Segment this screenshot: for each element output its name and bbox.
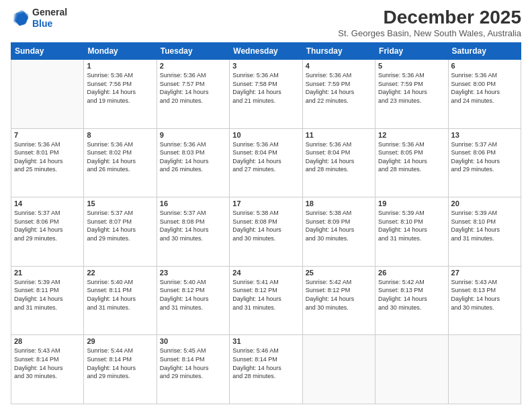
cell-w0-d2: 2Sunrise: 5:36 AM Sunset: 7:57 PM Daylig… bbox=[157, 60, 229, 129]
cell-w4-d5 bbox=[375, 335, 448, 404]
day-number: 17 bbox=[232, 199, 299, 208]
cell-info: Sunrise: 5:38 AM Sunset: 8:09 PM Dayligh… bbox=[306, 209, 372, 242]
cell-w1-d2: 9Sunrise: 5:36 AM Sunset: 8:03 PM Daylig… bbox=[157, 128, 229, 197]
cell-info: Sunrise: 5:43 AM Sunset: 8:14 PM Dayligh… bbox=[14, 347, 81, 380]
cell-w1-d3: 10Sunrise: 5:36 AM Sunset: 8:04 PM Dayli… bbox=[230, 128, 302, 197]
cell-info: Sunrise: 5:38 AM Sunset: 8:08 PM Dayligh… bbox=[232, 209, 299, 242]
col-header-saturday: Saturday bbox=[448, 43, 521, 60]
cell-w3-d0: 21Sunrise: 5:39 AM Sunset: 8:11 PM Dayli… bbox=[11, 266, 84, 335]
cell-w3-d4: 25Sunrise: 5:42 AM Sunset: 8:12 PM Dayli… bbox=[302, 266, 375, 335]
col-header-friday: Friday bbox=[375, 43, 448, 60]
col-header-monday: Monday bbox=[84, 43, 157, 60]
cell-w1-d0: 7Sunrise: 5:36 AM Sunset: 8:01 PM Daylig… bbox=[11, 128, 84, 197]
day-number: 16 bbox=[160, 199, 226, 208]
col-header-sunday: Sunday bbox=[11, 43, 84, 60]
cell-w4-d3: 31Sunrise: 5:46 AM Sunset: 8:14 PM Dayli… bbox=[230, 335, 302, 404]
day-number: 31 bbox=[232, 337, 299, 345]
day-number: 24 bbox=[232, 269, 299, 277]
week-row-4: 28Sunrise: 5:43 AM Sunset: 8:14 PM Dayli… bbox=[11, 335, 521, 404]
cell-w2-d4: 18Sunrise: 5:38 AM Sunset: 8:09 PM Dayli… bbox=[302, 197, 375, 267]
logo-text: General Blue bbox=[32, 7, 67, 30]
cell-info: Sunrise: 5:36 AM Sunset: 8:00 PM Dayligh… bbox=[451, 71, 518, 105]
day-number: 29 bbox=[87, 337, 153, 345]
logo-blue: Blue bbox=[32, 18, 67, 30]
cell-info: Sunrise: 5:42 AM Sunset: 8:12 PM Dayligh… bbox=[306, 278, 372, 312]
day-number: 5 bbox=[378, 62, 445, 70]
day-number: 3 bbox=[232, 62, 299, 70]
month-title: December 2025 bbox=[338, 7, 521, 28]
day-number: 14 bbox=[14, 199, 81, 208]
cell-info: Sunrise: 5:36 AM Sunset: 8:03 PM Dayligh… bbox=[160, 140, 226, 174]
cell-info: Sunrise: 5:36 AM Sunset: 8:04 PM Dayligh… bbox=[232, 140, 299, 174]
cell-w2-d6: 20Sunrise: 5:39 AM Sunset: 8:10 PM Dayli… bbox=[448, 197, 521, 267]
day-number: 27 bbox=[451, 269, 518, 277]
cell-w0-d1: 1Sunrise: 5:36 AM Sunset: 7:56 PM Daylig… bbox=[84, 60, 157, 129]
day-number: 25 bbox=[306, 269, 372, 277]
day-number: 11 bbox=[306, 131, 372, 139]
day-number: 21 bbox=[14, 269, 81, 277]
cell-info: Sunrise: 5:36 AM Sunset: 7:58 PM Dayligh… bbox=[232, 71, 299, 105]
cell-info: Sunrise: 5:37 AM Sunset: 8:07 PM Dayligh… bbox=[87, 209, 153, 242]
cell-info: Sunrise: 5:37 AM Sunset: 8:08 PM Dayligh… bbox=[160, 209, 226, 242]
day-number: 2 bbox=[160, 62, 226, 70]
day-number: 9 bbox=[160, 131, 226, 139]
cell-w1-d5: 12Sunrise: 5:36 AM Sunset: 8:05 PM Dayli… bbox=[375, 128, 448, 197]
header: General Blue December 2025 St. Georges B… bbox=[11, 7, 521, 38]
cell-w4-d6 bbox=[448, 335, 521, 404]
cell-info: Sunrise: 5:36 AM Sunset: 8:01 PM Dayligh… bbox=[14, 140, 81, 174]
col-header-thursday: Thursday bbox=[302, 43, 375, 60]
cell-w2-d3: 17Sunrise: 5:38 AM Sunset: 8:08 PM Dayli… bbox=[230, 197, 302, 267]
title-block: December 2025 St. Georges Basin, New Sou… bbox=[338, 7, 521, 38]
cell-w2-d2: 16Sunrise: 5:37 AM Sunset: 8:08 PM Dayli… bbox=[157, 197, 229, 267]
cell-w3-d1: 22Sunrise: 5:40 AM Sunset: 8:11 PM Dayli… bbox=[84, 266, 157, 335]
col-header-wednesday: Wednesday bbox=[230, 43, 302, 60]
cell-info: Sunrise: 5:36 AM Sunset: 8:04 PM Dayligh… bbox=[306, 140, 372, 174]
cell-w0-d5: 5Sunrise: 5:36 AM Sunset: 7:59 PM Daylig… bbox=[375, 60, 448, 129]
cell-info: Sunrise: 5:46 AM Sunset: 8:14 PM Dayligh… bbox=[232, 347, 299, 380]
cell-info: Sunrise: 5:39 AM Sunset: 8:10 PM Dayligh… bbox=[451, 209, 518, 242]
cell-w4-d4 bbox=[302, 335, 375, 404]
cell-info: Sunrise: 5:43 AM Sunset: 8:13 PM Dayligh… bbox=[451, 278, 518, 312]
cell-info: Sunrise: 5:39 AM Sunset: 8:10 PM Dayligh… bbox=[378, 209, 445, 242]
day-number: 23 bbox=[160, 269, 226, 277]
week-row-3: 21Sunrise: 5:39 AM Sunset: 8:11 PM Dayli… bbox=[11, 266, 521, 335]
day-number: 7 bbox=[14, 131, 81, 139]
cell-w0-d4: 4Sunrise: 5:36 AM Sunset: 7:59 PM Daylig… bbox=[302, 60, 375, 129]
cell-info: Sunrise: 5:44 AM Sunset: 8:14 PM Dayligh… bbox=[87, 347, 153, 380]
cell-w0-d6: 6Sunrise: 5:36 AM Sunset: 8:00 PM Daylig… bbox=[448, 60, 521, 129]
cell-w2-d1: 15Sunrise: 5:37 AM Sunset: 8:07 PM Dayli… bbox=[84, 197, 157, 267]
cell-info: Sunrise: 5:36 AM Sunset: 7:59 PM Dayligh… bbox=[306, 71, 372, 105]
cell-info: Sunrise: 5:36 AM Sunset: 7:57 PM Dayligh… bbox=[160, 71, 226, 105]
cell-w4-d0: 28Sunrise: 5:43 AM Sunset: 8:14 PM Dayli… bbox=[11, 335, 84, 404]
logo-general: General bbox=[32, 7, 67, 18]
logo-icon bbox=[11, 9, 30, 28]
logo: General Blue bbox=[11, 7, 67, 30]
day-number: 20 bbox=[451, 199, 518, 208]
cell-w1-d4: 11Sunrise: 5:36 AM Sunset: 8:04 PM Dayli… bbox=[302, 128, 375, 197]
cell-info: Sunrise: 5:36 AM Sunset: 8:02 PM Dayligh… bbox=[87, 140, 153, 174]
cell-w2-d0: 14Sunrise: 5:37 AM Sunset: 8:06 PM Dayli… bbox=[11, 197, 84, 267]
cell-info: Sunrise: 5:36 AM Sunset: 8:05 PM Dayligh… bbox=[378, 140, 445, 174]
day-number: 15 bbox=[87, 199, 153, 208]
day-number: 4 bbox=[306, 62, 372, 70]
cell-info: Sunrise: 5:40 AM Sunset: 8:12 PM Dayligh… bbox=[160, 278, 226, 312]
cell-w3-d6: 27Sunrise: 5:43 AM Sunset: 8:13 PM Dayli… bbox=[448, 266, 521, 335]
cell-info: Sunrise: 5:37 AM Sunset: 8:06 PM Dayligh… bbox=[451, 140, 518, 174]
day-number: 6 bbox=[451, 62, 518, 70]
week-row-1: 7Sunrise: 5:36 AM Sunset: 8:01 PM Daylig… bbox=[11, 128, 521, 197]
day-number: 26 bbox=[378, 269, 445, 277]
page: General Blue December 2025 St. Georges B… bbox=[0, 0, 532, 411]
day-number: 22 bbox=[87, 269, 153, 277]
subtitle: St. Georges Basin, New South Wales, Aust… bbox=[338, 28, 521, 38]
cell-w4-d2: 30Sunrise: 5:45 AM Sunset: 8:14 PM Dayli… bbox=[157, 335, 229, 404]
day-number: 13 bbox=[451, 131, 518, 139]
cell-w2-d5: 19Sunrise: 5:39 AM Sunset: 8:10 PM Dayli… bbox=[375, 197, 448, 267]
day-number: 30 bbox=[160, 337, 226, 345]
cell-info: Sunrise: 5:41 AM Sunset: 8:12 PM Dayligh… bbox=[232, 278, 299, 312]
cell-info: Sunrise: 5:42 AM Sunset: 8:13 PM Dayligh… bbox=[378, 278, 445, 312]
cell-w4-d1: 29Sunrise: 5:44 AM Sunset: 8:14 PM Dayli… bbox=[84, 335, 157, 404]
day-number: 1 bbox=[87, 62, 153, 70]
cell-info: Sunrise: 5:40 AM Sunset: 8:11 PM Dayligh… bbox=[87, 278, 153, 312]
cell-w1-d6: 13Sunrise: 5:37 AM Sunset: 8:06 PM Dayli… bbox=[448, 128, 521, 197]
calendar-table: SundayMondayTuesdayWednesdayThursdayFrid… bbox=[11, 42, 521, 404]
